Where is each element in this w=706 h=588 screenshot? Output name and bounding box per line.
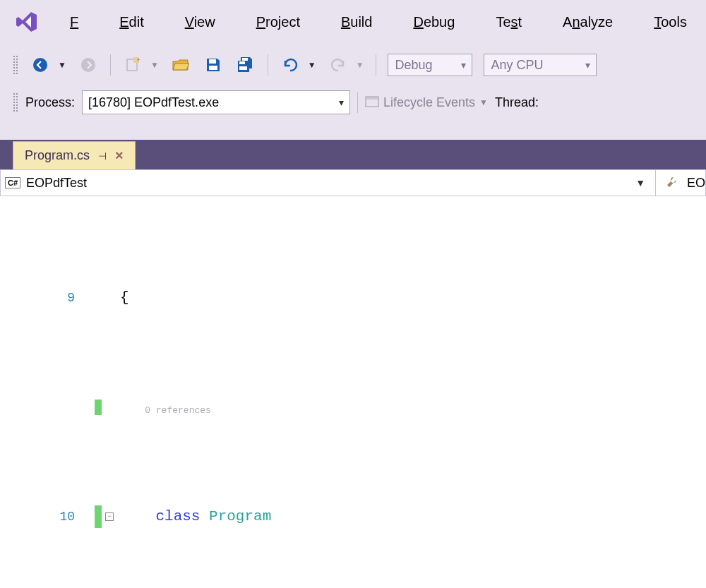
line-number: 9 — [35, 287, 82, 309]
open-file-button[interactable] — [170, 54, 191, 76]
toolbar-separator — [268, 54, 268, 76]
redo-dropdown: ▼ — [356, 60, 364, 70]
nav-back-button[interactable] — [30, 54, 51, 76]
nav-forward-button — [78, 54, 99, 76]
svg-rect-7 — [242, 58, 248, 61]
undo-dropdown[interactable]: ▼ — [308, 60, 316, 70]
csharp-icon: C# — [5, 177, 20, 188]
lifecycle-icon — [365, 96, 379, 109]
code-line[interactable]: 9 { — [0, 287, 706, 309]
menu-bar: F Edit View Project Build Debug Test Ana… — [0, 0, 706, 44]
toolbar-grip-icon[interactable] — [13, 55, 18, 75]
menu-analyze[interactable]: Analyze — [563, 14, 613, 30]
svg-point-1 — [81, 58, 95, 72]
menu-test[interactable]: Test — [496, 14, 522, 30]
svg-rect-5 — [209, 59, 216, 64]
process-label: Process: — [25, 95, 75, 110]
svg-rect-8 — [239, 61, 245, 64]
new-item-dropdown[interactable]: ▼ — [150, 60, 159, 70]
menu-debug[interactable]: Debug — [413, 14, 455, 30]
main-toolbar: ▼ ✦ ▼ ▼ ▼ Debug Any CPU — [0, 44, 706, 86]
solution-config-dropdown[interactable]: Debug — [388, 54, 472, 76]
lifecycle-events-dropdown[interactable]: Lifecycle Events ▼ — [365, 95, 488, 110]
toolbar-grip-icon[interactable] — [13, 92, 18, 112]
pin-icon[interactable]: ⊣ — [98, 150, 107, 162]
line-number: 10 — [35, 505, 82, 528]
svg-rect-9 — [239, 66, 247, 70]
menu-edit[interactable]: Edit — [119, 14, 143, 30]
chevron-down-icon[interactable]: ▼ — [631, 177, 650, 188]
nav-back-dropdown[interactable]: ▼ — [58, 60, 66, 70]
fold-toggle[interactable]: − — [102, 505, 117, 528]
menu-file[interactable]: F — [70, 14, 78, 30]
nav-separator — [655, 170, 656, 196]
vs-logo-icon[interactable] — [16, 11, 38, 33]
code-line[interactable]: 10 − class Program — [0, 505, 706, 528]
svg-rect-11 — [366, 97, 378, 100]
redo-button — [328, 54, 349, 76]
project-scope-dropdown[interactable]: EOPdfTest — [26, 176, 87, 191]
chevron-down-icon: ▼ — [479, 97, 488, 107]
menu-tools[interactable]: Tools — [654, 14, 687, 30]
svg-text:✦: ✦ — [136, 57, 140, 62]
thread-label: Thread: — [495, 95, 539, 110]
save-all-button[interactable] — [235, 54, 256, 76]
toolbar-separator — [110, 54, 111, 76]
menu-build[interactable]: Build — [341, 14, 372, 30]
menu-project[interactable]: Project — [256, 14, 300, 30]
new-item-button[interactable]: ✦ — [122, 54, 143, 76]
tab-program-cs[interactable]: Program.cs ⊣ × — [13, 141, 136, 169]
codelens[interactable]: 0 references — [0, 400, 706, 415]
toolbar-separator — [376, 54, 376, 76]
main-menu: F Edit View Project Build Debug Test Ana… — [70, 14, 687, 30]
save-button[interactable] — [203, 54, 224, 76]
close-icon[interactable]: × — [115, 148, 124, 164]
menu-view[interactable]: View — [185, 14, 215, 30]
toolbar-separator — [357, 92, 358, 113]
process-dropdown[interactable]: [16780] EOPdfTest.exe — [82, 90, 350, 114]
wrench-icon — [664, 175, 678, 191]
svg-point-0 — [33, 58, 47, 72]
document-tab-strip: Program.cs ⊣ × — [0, 140, 706, 169]
undo-button[interactable] — [280, 54, 301, 76]
code-editor[interactable]: 9 { 0 references 10 − class Program 11 {… — [0, 196, 706, 588]
code-navigation-bar: C# EOPdfTest ▼ EO — [0, 169, 706, 196]
svg-rect-6 — [209, 66, 217, 70]
tab-label: Program.cs — [25, 148, 90, 163]
member-scope-dropdown[interactable]: EO — [687, 176, 705, 191]
solution-platform-dropdown[interactable]: Any CPU — [484, 54, 597, 76]
debug-toolbar: Process: [16780] EOPdfTest.exe Lifecycle… — [0, 86, 706, 119]
